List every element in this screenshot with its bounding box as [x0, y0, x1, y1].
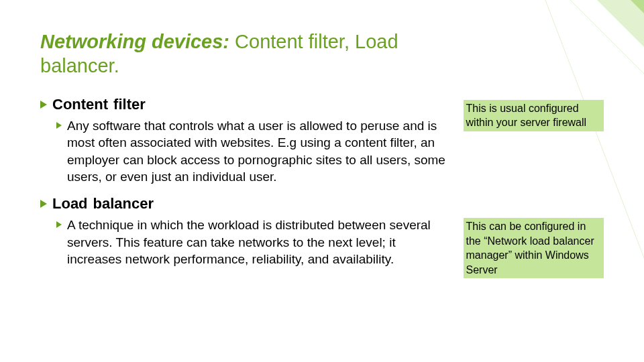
section-note-col: This is usual configured within your ser… — [464, 96, 604, 131]
callout-note: This can be configured in the “Network l… — [464, 218, 604, 278]
slide: Networking devices: Content filter, Load… — [0, 0, 644, 362]
section-main: Content filter Any software that control… — [40, 96, 449, 186]
section-load-balancer: Load balancer A technique in which the w… — [40, 195, 604, 278]
section-note-col: This can be configured in the “Network l… — [464, 195, 604, 278]
slide-title: Networking devices: Content filter, Load… — [40, 29, 470, 78]
bullet-icon — [40, 101, 47, 109]
title-emphasis: Networking devices: — [40, 31, 229, 52]
bullet-icon — [56, 122, 62, 129]
section-heading: Load balancer — [40, 195, 449, 213]
bullet-icon — [56, 221, 62, 228]
section-content-filter: Content filter Any software that control… — [40, 96, 604, 186]
bullet-icon — [40, 200, 47, 208]
callout-note: This is usual configured within your ser… — [464, 100, 604, 131]
heading-tail: balancer — [93, 195, 154, 213]
section-body: Any software that controls what a user i… — [40, 117, 449, 186]
body-text: Any software that controls what a user i… — [67, 117, 449, 186]
heading-lead: Load — [52, 195, 88, 213]
heading-lead: Content — [52, 96, 108, 113]
section-heading: Content filter — [40, 96, 449, 113]
body-text: A technique in which the workload is dis… — [67, 217, 449, 268]
heading-tail: filter — [113, 96, 146, 113]
section-main: Load balancer A technique in which the w… — [40, 195, 449, 268]
section-body: A technique in which the workload is dis… — [40, 217, 449, 268]
